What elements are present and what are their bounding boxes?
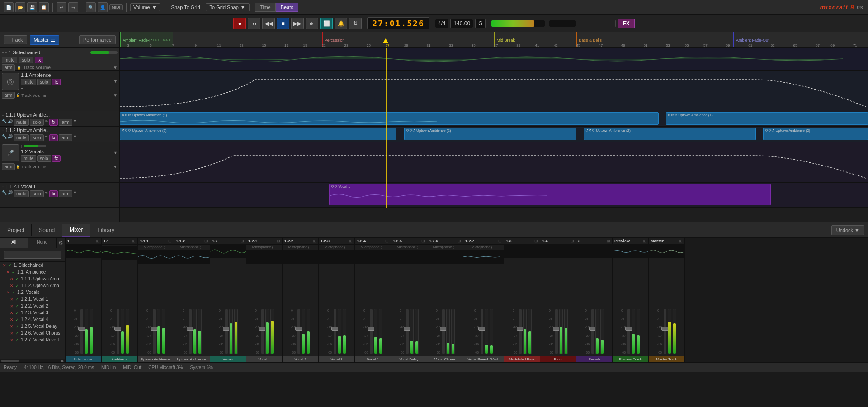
- track-1-arm[interactable]: arm: [2, 64, 15, 71]
- beats-btn[interactable]: Beats: [276, 3, 298, 12]
- settings-icon[interactable]: ⚙: [57, 238, 65, 248]
- track-1-2-1-minus[interactable]: −: [2, 185, 4, 189]
- ch-1-1-1-label[interactable]: Uptown Ambience.: [138, 356, 174, 362]
- track-1-solo[interactable]: solo: [19, 57, 33, 63]
- clip-uptown-2-a[interactable]: ↺↺↺ Uptown Ambience (2): [120, 128, 396, 140]
- track-1-clip[interactable]: [120, 50, 868, 68]
- tree-ambience[interactable]: ✕ ✓ 1.1. Ambience: [0, 269, 65, 275]
- track-1-expand[interactable]: ▼: [113, 65, 118, 70]
- record-btn[interactable]: ●: [233, 18, 246, 29]
- tree-uptown-1[interactable]: ✕ ✓ 1.1.1. Uptown Amb: [0, 275, 65, 282]
- tree-vocal-4[interactable]: ✕ ✓ 1.2.4. Vocal 4: [0, 316, 65, 323]
- ch-v4-fader[interactable]: [370, 309, 373, 354]
- ch-3-fader[interactable]: [591, 309, 594, 354]
- clip-uptown-2-b[interactable]: ↺↺↺ Uptown Ambience (2): [404, 128, 576, 140]
- volume-dropdown[interactable]: Volume ▼: [130, 3, 160, 11]
- ch-mast-label[interactable]: Master Track: [649, 356, 684, 362]
- track-1-2-expand[interactable]: ▼: [113, 151, 118, 155]
- save-btn[interactable]: 💾: [27, 2, 37, 12]
- track-1-1-2-arrow[interactable]: ▼: [73, 134, 77, 141]
- track-1-1-1-fx[interactable]: fx: [49, 119, 58, 126]
- track-1-1-2-solo[interactable]: solo: [30, 134, 43, 141]
- clip-uptown-1-a[interactable]: ↺↺↺ Uptown Ambience (1): [120, 112, 659, 125]
- track-1-2-1-arm[interactable]: arm: [59, 190, 72, 197]
- track-1-1-1-minus[interactable]: −: [2, 113, 4, 118]
- track-1-1-down[interactable]: ▼: [113, 93, 118, 98]
- ch-vd-label[interactable]: Vocal Delay: [391, 356, 427, 362]
- tree-vocal-chorus[interactable]: ✕ ✓ 1.2.6. Vocal Chorus: [0, 330, 65, 336]
- ch-vc-label[interactable]: Vocal Chorus: [427, 356, 463, 362]
- ch-1-4-fader[interactable]: [555, 309, 558, 354]
- ch-vr-expand[interactable]: ⊞: [498, 239, 502, 243]
- search-btn[interactable]: 🔍: [86, 2, 96, 12]
- new-btn[interactable]: 📄: [4, 2, 14, 12]
- undo-btn[interactable]: ↩: [57, 2, 66, 12]
- undock-btn[interactable]: Undock ▼: [831, 225, 864, 235]
- tab-mixer[interactable]: Mixer: [62, 224, 90, 237]
- scrollbar-thumb[interactable]: [1, 360, 19, 362]
- clip-vocal-1[interactable]: ↺↺ Vocal 1: [329, 184, 770, 205]
- time-btn[interactable]: Time: [255, 3, 276, 12]
- track-1-2-fx[interactable]: fx: [52, 155, 61, 162]
- track-1-1-mute[interactable]: mute: [21, 79, 36, 85]
- clip-uptown-2-d[interactable]: ↺↺↺ Uptown Ambience (2): [763, 128, 868, 140]
- track-1-1-2-mute[interactable]: mute: [14, 134, 29, 141]
- ch-vd-expand[interactable]: ⊞: [421, 239, 425, 243]
- track-1-1-collapse[interactable]: +: [21, 86, 23, 90]
- track-1-1-arm[interactable]: arm: [2, 92, 15, 99]
- snap-dropdown[interactable]: To Grid Snap ▼: [206, 3, 250, 11]
- track-1-fx[interactable]: fx: [35, 57, 44, 63]
- ch-vc-fader[interactable]: [442, 309, 445, 354]
- goto-end-btn[interactable]: ⏭: [306, 18, 318, 29]
- track-1-1-expand-arrow[interactable]: ▼: [113, 79, 118, 84]
- ch-1-4-label[interactable]: Bass: [540, 356, 576, 362]
- ch-v1-fader[interactable]: [261, 309, 264, 354]
- add-track-btn[interactable]: +Track: [4, 35, 27, 44]
- track-1-1-1-arrow[interactable]: ▼: [73, 119, 77, 126]
- ch-v2-expand[interactable]: ⊞: [313, 239, 316, 243]
- tree-vocal-3[interactable]: ✕ ✓ 1.2.3. Vocal 3: [0, 309, 65, 316]
- ch-1-2-expand[interactable]: ⊞: [241, 239, 244, 243]
- ch-1-1-2-label[interactable]: Uptown Ambience.: [174, 356, 210, 362]
- ch-1-3-expand[interactable]: ⊞: [534, 239, 538, 243]
- ch-1-1-1-expand[interactable]: ⊞: [168, 239, 172, 243]
- ch-v4-label[interactable]: Vocal 4: [355, 356, 391, 362]
- master-btn[interactable]: Master ☰: [30, 35, 60, 45]
- tree-vocal-delay[interactable]: ✕ ✓ 1.2.5. Vocal Delay: [0, 323, 65, 330]
- track-1-1-solo[interactable]: solo: [37, 79, 51, 85]
- ch-1-2-label[interactable]: Vocals: [210, 356, 246, 362]
- goto-start-btn[interactable]: ⏮: [248, 18, 260, 29]
- ch-prev-fader[interactable]: [627, 309, 630, 354]
- ch-1-2-fader[interactable]: [225, 309, 228, 354]
- ch-v2-fader[interactable]: [297, 309, 300, 354]
- ch-1-expand[interactable]: ⊞: [96, 239, 99, 243]
- stop-btn[interactable]: ■: [277, 18, 289, 29]
- redo-btn[interactable]: ↪: [68, 2, 78, 12]
- ch-v3-label[interactable]: Vocal 3: [319, 356, 354, 362]
- track-1-1-2-arm[interactable]: arm: [59, 134, 72, 141]
- loop-btn[interactable]: ⬜: [320, 18, 333, 29]
- ch-prev-label[interactable]: Preview Track: [613, 356, 648, 362]
- track-1-1-2-minus[interactable]: −: [2, 128, 4, 133]
- tree-vocal-2[interactable]: ✕ ✓ 1.2.2. Vocal 2: [0, 303, 65, 309]
- track-1-1-1-solo[interactable]: solo: [30, 119, 43, 126]
- track-1-mute[interactable]: mute: [2, 57, 17, 63]
- ch-3-label[interactable]: Reverb: [576, 356, 612, 362]
- play-btn[interactable]: ▶▶: [291, 18, 304, 29]
- ch-v3-fader[interactable]: [334, 309, 336, 354]
- playhead-marker[interactable]: [383, 38, 388, 43]
- ch-1-1-2-expand[interactable]: ⊞: [204, 239, 208, 243]
- fx-button[interactable]: FX: [618, 19, 634, 28]
- tree-uptown-2[interactable]: ✕ ✓ 1.1.2. Uptown Amb: [0, 282, 65, 289]
- clip-uptown-1-b[interactable]: ↺↺↺ Uptown Ambience (1): [666, 112, 868, 125]
- save-as-btn[interactable]: 📋: [39, 2, 49, 12]
- ch-v1-label[interactable]: Vocal 1: [246, 356, 282, 362]
- ch-1-1-expand[interactable]: ⊞: [132, 239, 136, 243]
- tab-project[interactable]: Project: [0, 224, 32, 236]
- ch-1-fader[interactable]: [80, 309, 83, 354]
- scroll-right[interactable]: ▶: [61, 359, 64, 363]
- ch-1-label[interactable]: Sidechained: [66, 356, 101, 362]
- ch-3-expand[interactable]: ⊞: [607, 239, 610, 243]
- track-1-1-1-arm[interactable]: arm: [59, 119, 72, 126]
- ch-vd-fader[interactable]: [406, 309, 409, 354]
